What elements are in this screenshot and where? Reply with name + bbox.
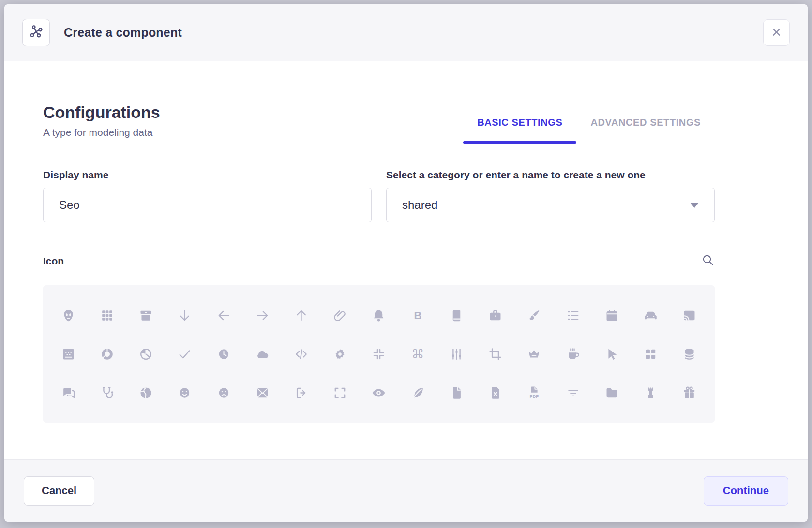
icon-option-code[interactable] [282, 335, 320, 373]
gift-icon [682, 385, 697, 400]
continue-button[interactable]: Continue [704, 476, 788, 506]
icon-option-feather[interactable] [398, 373, 437, 412]
icon-option-checkmark[interactable] [165, 335, 204, 373]
icon-option-sliders[interactable] [437, 335, 476, 373]
icon-option-bold[interactable]: B [398, 296, 437, 335]
icon-option-castle-tower[interactable] [632, 373, 670, 412]
grid-2x2-icon [643, 347, 658, 362]
category-label: Select a category or enter a name to cre… [386, 169, 715, 181]
modal-title: Create a component [64, 26, 182, 40]
search-icon [701, 253, 715, 268]
icon-option-car[interactable] [632, 296, 670, 335]
icon-option-stethoscope[interactable] [88, 373, 126, 412]
tab-advanced-settings[interactable]: ADVANCED SETTINGS [576, 117, 715, 143]
display-name-label: Display name [43, 169, 372, 181]
file-icon [449, 385, 464, 400]
icon-option-chat-bubbles[interactable] [49, 373, 88, 412]
modal-body: Configurations A type for modeling data … [4, 61, 808, 459]
icon-option-file-pdf[interactable]: PDF [515, 373, 554, 412]
settings-tabs: BASIC SETTINGS ADVANCED SETTINGS [463, 117, 715, 143]
icon-option-archive-box[interactable] [126, 296, 165, 335]
icon-option-file[interactable] [437, 373, 476, 412]
filter-lines-icon [566, 385, 581, 400]
icon-label: Icon [43, 255, 64, 267]
sliders-icon [449, 347, 464, 362]
donut-chart-icon [100, 347, 115, 362]
icon-option-bullet-list[interactable] [554, 296, 592, 335]
section-head: Configurations A type for modeling data … [43, 103, 715, 143]
icon-option-bell[interactable] [360, 296, 398, 335]
close-button[interactable] [763, 19, 790, 46]
bell-icon [371, 308, 386, 323]
feather-icon [410, 385, 425, 400]
icon-option-sign-out[interactable] [282, 373, 320, 412]
icon-option-folder[interactable] [592, 373, 631, 412]
chevron-down-icon [690, 203, 699, 208]
icon-option-calendar[interactable] [592, 296, 631, 335]
book-icon [449, 308, 464, 323]
expand-corners-icon [332, 385, 347, 400]
icon-option-arrow-up[interactable] [282, 296, 320, 335]
icon-option-cast[interactable] [670, 296, 709, 335]
icon-option-briefcase[interactable] [476, 296, 515, 335]
cancel-button[interactable]: Cancel [24, 476, 94, 506]
file-x-icon [488, 385, 503, 400]
icon-option-file-x[interactable] [476, 373, 515, 412]
icon-option-arrow-left[interactable] [204, 296, 243, 335]
svg-text:PDF: PDF [530, 394, 539, 399]
icon-option-envelope[interactable] [243, 373, 282, 412]
paintbrush-icon [526, 308, 541, 323]
form-grid: Display name Select a category or enter … [43, 169, 715, 222]
icon-option-cloud[interactable] [243, 335, 282, 373]
icon-option-expand-corners[interactable] [321, 373, 360, 412]
category-field-group: Select a category or enter a name to cre… [386, 169, 715, 222]
icon-option-paperclip[interactable] [321, 296, 360, 335]
icon-option-sad-face[interactable] [204, 373, 243, 412]
icon-option-grid-apps[interactable] [88, 296, 126, 335]
icon-option-happy-face[interactable] [165, 373, 204, 412]
collapse-arrows-icon [371, 347, 386, 362]
icon-option-donut-chart[interactable] [88, 335, 126, 373]
tab-basic-settings[interactable]: BASIC SETTINGS [463, 117, 576, 143]
icon-search-button[interactable] [701, 253, 715, 268]
icon-option-globe[interactable] [126, 373, 165, 412]
component-molecule-icon [29, 24, 44, 41]
grid-apps-icon [100, 308, 115, 323]
cast-icon [682, 308, 697, 323]
display-name-input[interactable] [43, 188, 372, 222]
icon-option-gift[interactable] [670, 373, 709, 412]
icon-option-command[interactable]: ⌘ [398, 335, 437, 373]
icon-option-pie-chart[interactable] [126, 335, 165, 373]
icon-option-paintbrush[interactable] [515, 296, 554, 335]
icon-option-alien[interactable] [49, 296, 88, 335]
category-select[interactable]: shared [386, 188, 715, 222]
page-subtitle: A type for modeling data [43, 127, 160, 138]
icon-option-cursor-pointer[interactable] [592, 335, 631, 373]
paperclip-icon [332, 308, 347, 323]
icon-option-grid-2x2[interactable] [632, 335, 670, 373]
icon-option-clock[interactable] [204, 335, 243, 373]
icon-option-arrow-right[interactable] [243, 296, 282, 335]
crown-icon [526, 347, 541, 362]
briefcase-icon [488, 308, 503, 323]
bold-icon: B [410, 308, 425, 323]
icon-option-book[interactable] [437, 296, 476, 335]
icon-option-gear[interactable] [321, 335, 360, 373]
icon-option-crop[interactable] [476, 335, 515, 373]
code-icon [294, 347, 309, 362]
icon-option-collapse-arrows[interactable] [360, 335, 398, 373]
sad-face-icon [216, 385, 231, 400]
icon-option-dot-matrix[interactable] [49, 335, 88, 373]
car-icon [643, 308, 658, 323]
icon-option-filter-lines[interactable] [554, 373, 592, 412]
checkmark-icon [177, 347, 192, 362]
icon-option-coffee-cup[interactable] [554, 335, 592, 373]
icon-option-eye[interactable] [360, 373, 398, 412]
happy-face-icon [177, 385, 192, 400]
icon-option-arrow-down[interactable] [165, 296, 204, 335]
crop-icon [488, 347, 503, 362]
icon-option-database[interactable] [670, 335, 709, 373]
svg-text:B: B [414, 309, 421, 321]
arrow-right-icon [255, 308, 270, 323]
icon-option-crown[interactable] [515, 335, 554, 373]
